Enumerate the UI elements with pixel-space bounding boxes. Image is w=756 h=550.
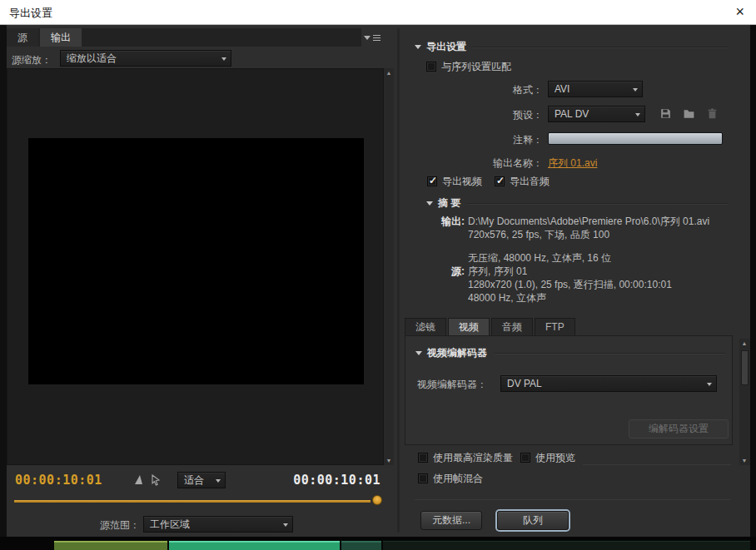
tab-audio[interactable]: 音频 [491, 318, 533, 335]
timeline-clip [169, 541, 340, 550]
collapse-triangle-icon[interactable] [426, 201, 433, 206]
summary-row-text: D:\My Documents\Adobe\Premiere Pro\6.0\序… [468, 215, 709, 228]
scroll-up-icon[interactable]: ▲ [384, 70, 394, 76]
current-timecode[interactable]: 00:00:10:01 [15, 473, 102, 488]
playhead-knob[interactable] [372, 495, 382, 505]
delete-preset-icon[interactable] [706, 107, 719, 121]
scroll-down-icon[interactable]: ▼ [384, 458, 394, 463]
export-audio-label: 导出音频 [510, 174, 550, 189]
zoom-level-value: 适合 [184, 474, 204, 486]
tab-video[interactable]: 视频 [448, 318, 490, 335]
output-name-label: 输出名称： [405, 156, 543, 171]
scrollbar-thumb[interactable] [741, 350, 749, 385]
summary-row-text: 48000 Hz, 立体声 [468, 291, 546, 305]
chevron-down-icon [221, 57, 226, 61]
scrubber-track[interactable] [14, 500, 371, 503]
scroll-up-icon[interactable]: ▲ [739, 340, 749, 346]
preset-label: 预设： [405, 108, 543, 122]
export-settings-section-title: 导出设置 [426, 40, 466, 54]
codec-settings-button: 编解码器设置 [629, 419, 729, 439]
timeline-scrubber[interactable] [7, 493, 384, 508]
export-settings-dialog: 导出设置 × 源 输出 源缩放： 缩放以适合 ▲ ▼ [0, 0, 756, 550]
video-codec-section: 视频编解码器 [415, 346, 725, 360]
summary-row: 48000 Hz, 立体声 [405, 291, 737, 305]
import-preset-icon[interactable] [683, 107, 696, 121]
scroll-down-icon[interactable]: ▼ [739, 458, 749, 463]
zoom-level-select[interactable]: 适合 [177, 472, 226, 488]
out-point-icon[interactable] [150, 474, 162, 486]
tab-ftp[interactable]: FTP [535, 318, 575, 335]
format-select[interactable]: AVI [548, 81, 643, 97]
tab-source[interactable]: 源 [7, 28, 38, 47]
background-timeline [0, 537, 756, 550]
comment-input[interactable] [548, 132, 723, 145]
in-point-icon[interactable] [133, 474, 145, 486]
format-value: AVI [555, 83, 569, 95]
max-render-quality-label: 使用最高渲染质量 [433, 450, 513, 465]
summary-row-label: 源: [405, 265, 468, 278]
summary-row-label [405, 278, 468, 291]
source-range-label: 源范围： [7, 518, 140, 533]
max-render-quality-checkbox[interactable] [418, 453, 428, 463]
duration-timecode: 00:00:10:01 [293, 473, 380, 488]
tab-output[interactable]: 输出 [40, 28, 82, 47]
summary-row: 1280x720 (1.0), 25 fps, 逐行扫描, 00:00:10:0… [405, 278, 737, 291]
frame-blending-label: 使用帧混合 [433, 471, 483, 486]
dialog-body: 源 输出 源缩放： 缩放以适合 ▲ ▼ 00:00:10:01 [0, 25, 756, 537]
video-codec-value: DV PAL [507, 378, 542, 389]
format-label: 格式： [405, 83, 543, 97]
section-rule [473, 47, 729, 47]
section-rule [494, 353, 725, 354]
export-audio-checkbox[interactable] [495, 176, 505, 186]
summary-row-text: 720x576, 25 fps, 下场, 品质 100 [468, 228, 609, 241]
options-tabbar: 滤镜 视频 音频 FTP [405, 318, 577, 335]
match-sequence-checkbox[interactable] [426, 62, 436, 72]
use-previews-checkbox[interactable] [520, 453, 530, 463]
summary-row: 720x576, 25 fps, 下场, 品质 100 [405, 228, 737, 241]
dialog-titlebar: 导出设置 × [0, 0, 756, 25]
preview-area [7, 68, 384, 465]
menu-lines-icon [373, 37, 380, 38]
close-icon[interactable]: × [735, 3, 744, 21]
source-scaling-select[interactable]: 缩放以适合 [60, 50, 231, 67]
source-range-select[interactable]: 工作区域 [143, 516, 293, 533]
export-settings-section: 导出设置 [415, 40, 729, 54]
timeline-clip [383, 541, 750, 550]
app-background-right [750, 25, 756, 537]
source-scaling-label: 源缩放： [12, 53, 52, 67]
preview-scrollbar[interactable]: ▲ ▼ [384, 68, 394, 465]
source-scaling-value: 缩放以适合 [67, 52, 117, 64]
frame-blending-checkbox[interactable] [418, 473, 428, 483]
summary-row: 无压缩, 48000 Hz, 立体声, 16 位 [405, 251, 737, 265]
summary-row-text: 1280x720 (1.0), 25 fps, 逐行扫描, 00:00:10:0… [468, 278, 672, 291]
video-codec-select[interactable]: DV PAL [500, 375, 717, 392]
chevron-down-icon [364, 36, 371, 40]
codec-scrollbar[interactable]: ▲ ▼ [739, 339, 750, 465]
section-rule [583, 464, 731, 465]
section-rule [467, 203, 729, 204]
summary-row-text: 序列, 序列 01 [468, 265, 527, 278]
save-preset-icon[interactable] [659, 107, 673, 121]
chevron-down-icon [635, 113, 640, 116]
section-rule [415, 499, 731, 500]
summary-row-text: 无压缩, 48000 Hz, 立体声, 16 位 [468, 251, 611, 265]
collapse-triangle-icon[interactable] [415, 45, 421, 49]
transport-bar: 00:00:10:01 适合 00:00:10:01 [7, 468, 384, 493]
summary-section: 摘 要 [426, 196, 729, 211]
match-sequence-label: 与序列设置匹配 [441, 59, 511, 74]
video-codec-panel: 视频编解码器 视频编解码器： DV PAL 编解码器设置 [405, 335, 733, 445]
preset-value: PAL DV [555, 108, 589, 120]
summary-block: 输出: D:\My Documents\Adobe\Premiere Pro\6… [405, 215, 737, 305]
export-video-checkbox[interactable] [427, 176, 437, 186]
source-scaling-row: 源缩放： 缩放以适合 [7, 49, 383, 68]
use-previews-label: 使用预览 [535, 450, 575, 465]
output-name-link[interactable]: 序列 01.avi [548, 156, 597, 171]
preset-select[interactable]: PAL DV [548, 106, 645, 122]
summary-row-label [405, 251, 468, 265]
collapse-triangle-icon[interactable] [415, 351, 422, 355]
summary-row: 输出: D:\My Documents\Adobe\Premiere Pro\6… [405, 215, 737, 228]
metadata-button[interactable]: 元数据... [420, 511, 482, 530]
queue-button[interactable]: 队列 [497, 511, 569, 530]
panel-menu-icon[interactable] [361, 28, 383, 47]
tab-filters[interactable]: 滤镜 [405, 318, 446, 335]
